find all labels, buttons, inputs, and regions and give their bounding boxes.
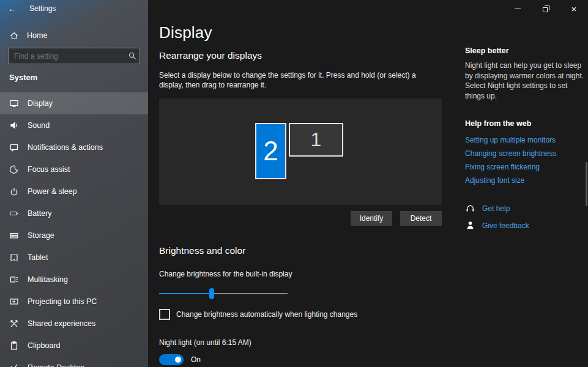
give-feedback-icon: [465, 220, 475, 231]
sidebar-item-label: Sound: [28, 121, 50, 130]
sidebar-item-remote-desktop[interactable]: Remote Desktop: [0, 357, 148, 367]
monitor-1-number: 1: [311, 128, 322, 151]
night-light-label: Night light (on until 6:15 AM): [159, 338, 442, 347]
restore-button[interactable]: [532, 0, 560, 17]
detect-button[interactable]: Detect: [400, 211, 442, 226]
toggle-knob-icon: [175, 357, 181, 363]
sidebar-item-focus-assist[interactable]: Focus assist: [0, 158, 148, 180]
sidebar-item-projecting[interactable]: Projecting to this PC: [0, 291, 148, 313]
minimize-icon: [515, 9, 521, 9]
projecting-icon: [9, 297, 19, 306]
app-title: Settings: [29, 4, 56, 13]
sidebar-item-power-sleep[interactable]: Power & sleep: [0, 180, 148, 202]
identify-button[interactable]: Identify: [351, 211, 392, 226]
sidebar-item-label: Multitasking: [28, 275, 68, 284]
help-link-multiple-monitors[interactable]: Setting up multiple monitors: [465, 136, 586, 144]
close-button[interactable]: ×: [560, 0, 588, 17]
scrollbar-thumb[interactable]: [586, 162, 587, 206]
storage-icon: [9, 231, 19, 240]
monitor-group: 2 1: [255, 123, 343, 179]
minimize-button[interactable]: [504, 0, 532, 17]
sidebar-item-label: Battery: [28, 209, 52, 218]
home-label: Home: [27, 31, 47, 40]
sidebar-item-label: Projecting to this PC: [28, 297, 97, 306]
sidebar-item-tablet[interactable]: Tablet: [0, 247, 148, 269]
restore-icon: [543, 6, 549, 12]
sidebar-item-label: Clipboard: [28, 341, 61, 350]
page-title: Display: [159, 23, 212, 42]
focus-assist-icon: [9, 165, 19, 174]
sidebar-item-label: Shared experiences: [28, 319, 95, 328]
auto-brightness-checkbox[interactable]: [159, 309, 170, 320]
slider-thumb[interactable]: [209, 288, 214, 299]
brightness-slider[interactable]: [159, 288, 288, 299]
notifications-icon: [9, 143, 19, 152]
clipboard-icon: [9, 341, 19, 350]
sidebar: ← Settings Home System Display: [0, 0, 148, 367]
auto-brightness-label: Change brightness automatically when lig…: [176, 310, 357, 319]
tablet-icon: [9, 253, 19, 262]
panel-buttons: Identify Detect: [159, 211, 442, 226]
sidebar-item-battery[interactable]: Battery: [0, 202, 148, 224]
sidebar-item-label: Remote Desktop: [28, 363, 84, 367]
titlebar: ← Settings: [0, 0, 148, 17]
night-light-toggle[interactable]: [159, 354, 184, 365]
battery-icon: [9, 209, 19, 218]
sidebar-item-storage[interactable]: Storage: [0, 224, 148, 247]
sidebar-item-clipboard[interactable]: Clipboard: [0, 335, 148, 357]
remote-desktop-icon: [9, 363, 19, 367]
monitor-1[interactable]: 1: [289, 123, 343, 157]
rearrange-heading: Rearrange your displays: [159, 50, 442, 61]
back-arrow-icon: ←: [8, 4, 17, 13]
auto-brightness-row: Change brightness automatically when lig…: [159, 309, 442, 320]
sidebar-item-label: Storage: [28, 231, 54, 240]
brightness-slider-label: Change brightness for the built-in displ…: [159, 270, 442, 278]
support-rows: Get help Give feedback: [465, 203, 586, 231]
aside-panel: Sleep better Night light can help you ge…: [465, 46, 586, 231]
sidebar-item-home[interactable]: Home: [0, 26, 148, 45]
get-help-row: Get help: [465, 203, 586, 213]
vertical-scrollbar[interactable]: [586, 17, 588, 367]
help-link-screen-flickering[interactable]: Fixing screen flickering: [465, 163, 586, 171]
help-links: Setting up multiple monitors Changing sc…: [465, 136, 586, 185]
sidebar-item-label: Display: [28, 99, 53, 108]
monitor-2[interactable]: 2: [255, 123, 286, 179]
settings-window: ← Settings Home System Display: [0, 0, 588, 367]
help-from-web-heading: Help from the web: [465, 119, 586, 128]
power-icon: [9, 187, 19, 196]
back-button[interactable]: ←: [0, 0, 24, 17]
get-help-icon: [465, 203, 475, 213]
search-input[interactable]: [9, 52, 125, 61]
home-icon: [9, 31, 19, 40]
search-icon[interactable]: [125, 51, 140, 61]
multitasking-icon: [9, 275, 19, 284]
window-controls: ×: [504, 0, 588, 17]
sidebar-item-sound[interactable]: Sound: [0, 114, 148, 136]
sleep-better-text: Night light can help you get to sleep by…: [465, 61, 586, 101]
sidebar-item-notifications[interactable]: Notifications & actions: [0, 136, 148, 158]
give-feedback-link[interactable]: Give feedback: [482, 221, 529, 230]
sidebar-item-multitasking[interactable]: Multitasking: [0, 269, 148, 291]
sleep-better-heading: Sleep better: [465, 46, 586, 55]
sidebar-item-label: Focus assist: [28, 165, 70, 174]
display-icon: [9, 98, 19, 108]
slider-fill: [159, 293, 212, 294]
main-content: Rearrange your displays Select a display…: [159, 50, 442, 367]
help-link-font-size[interactable]: Adjusting font size: [465, 176, 586, 185]
sidebar-item-display[interactable]: Display: [0, 92, 148, 114]
close-icon: ×: [571, 4, 577, 13]
sidebar-item-label: Power & sleep: [28, 187, 77, 196]
sound-icon: [9, 120, 19, 130]
monitor-2-number: 2: [263, 136, 278, 166]
night-light-toggle-row: On: [159, 354, 442, 365]
sidebar-item-shared-experiences[interactable]: Shared experiences: [0, 313, 148, 335]
get-help-link[interactable]: Get help: [482, 204, 510, 213]
sidebar-item-label: Tablet: [28, 253, 48, 262]
rearrange-description: Select a display below to change the set…: [159, 70, 442, 90]
sidebar-item-label: Notifications & actions: [28, 143, 103, 152]
sidebar-nav: Display Sound Notifications & actions Fo…: [0, 92, 148, 367]
help-link-screen-brightness[interactable]: Changing screen brightness: [465, 149, 586, 158]
sidebar-section-system: System: [9, 73, 37, 82]
shared-experiences-icon: [9, 319, 19, 328]
search-box: [8, 48, 140, 64]
